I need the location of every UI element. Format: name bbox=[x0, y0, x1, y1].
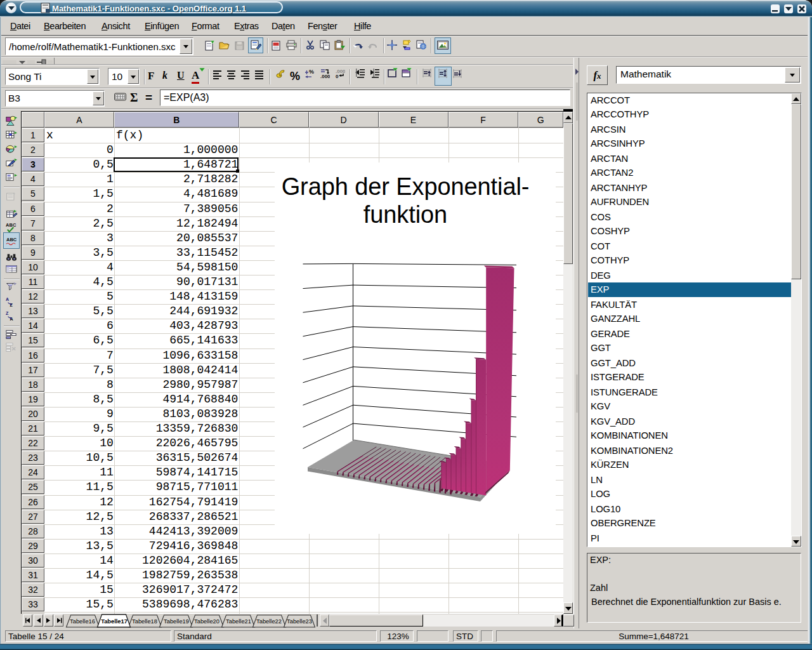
svg-text:Tabelle19: Tabelle19 bbox=[164, 618, 189, 625]
svg-text:ABC: ABC bbox=[6, 222, 16, 228]
svg-text:A: A bbox=[6, 296, 10, 302]
svg-text:Tabelle21: Tabelle21 bbox=[226, 618, 251, 625]
svg-text:Tabelle18: Tabelle18 bbox=[132, 618, 157, 625]
svg-text:Tabelle23: Tabelle23 bbox=[287, 618, 312, 625]
svg-text:%: % bbox=[309, 69, 314, 75]
svg-text:Tabelle17: Tabelle17 bbox=[101, 618, 128, 625]
svg-text:Z: Z bbox=[6, 310, 9, 316]
svg-text:Tabelle16: Tabelle16 bbox=[70, 618, 95, 625]
svg-text:0: 0 bbox=[336, 74, 339, 79]
svg-text:.000: .000 bbox=[320, 74, 330, 79]
svg-text:Tabelle20: Tabelle20 bbox=[194, 618, 219, 625]
svg-text:Tabelle22: Tabelle22 bbox=[256, 618, 282, 625]
svg-text:ABC: ABC bbox=[6, 237, 16, 242]
